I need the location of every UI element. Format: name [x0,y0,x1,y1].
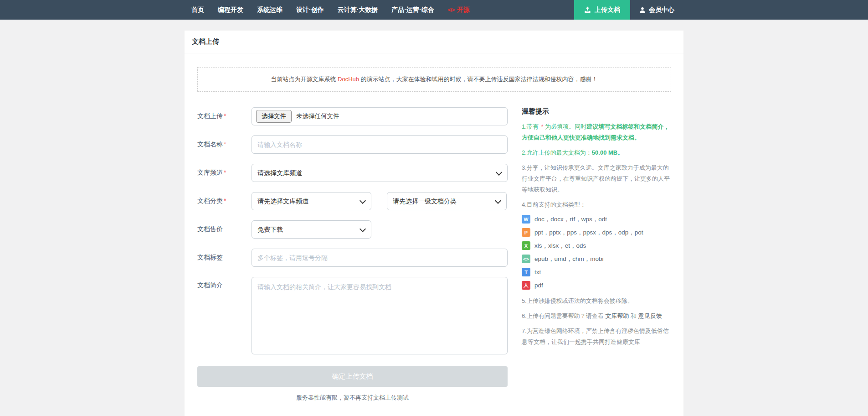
tip6-text: 6.上传有问题需要帮助？请查看 [522,312,605,319]
form-row-name: 文档名称* [197,135,508,154]
nav-item-programming-dev[interactable]: 编程开发 [211,0,250,20]
form-row-file: 文档上传* 选择文件 未选择任何文件 [197,107,508,125]
tip2-text: 2.允许上传的最大文档为： [522,149,592,156]
file-label-text: 文档上传 [197,112,223,120]
required-asterisk: * [224,112,226,120]
upload-icon [584,6,591,13]
user-icon [639,7,646,13]
notice-prefix: 当前站点为开源文库系统 [271,76,338,83]
nav-item-open-source[interactable]: </> 开源 [441,0,477,20]
channel-select[interactable]: 请选择文库频道 [252,164,508,182]
filetype-row-powerpoint: P ppt，pptx，pps，ppsx，dps，odp，pot [522,228,671,237]
price-select-wrap: 免费下载 [252,220,371,239]
file-input[interactable]: 选择文件 未选择任何文件 [252,107,508,125]
tip1-text: 1.带有 [522,123,540,130]
word-icon: W [522,215,530,224]
powerpoint-icon: P [522,228,530,237]
choose-file-button[interactable]: 选择文件 [256,110,292,123]
filetype-row-txt: T txt [522,268,671,276]
form-row-channel: 文库频道* 请选择文库频道 [197,164,508,182]
price-label-text: 文档售价 [197,225,223,233]
upload-card: 文档上传 当前站点为开源文库系统 DocHub 的演示站点，大家在体验和试用的时… [185,31,683,416]
form-row-tags: 文档标签 [197,249,508,267]
category-level2-select[interactable]: 请先选择一级文档分类 [387,192,507,210]
category-level1-select[interactable]: 请先选择文库频道 [252,192,371,210]
form-row-intro: 文档简介 [197,277,508,354]
nav-item-design-creation[interactable]: 设计·创作 [289,0,331,20]
open-source-label: 开源 [457,6,470,14]
tip-healthy-content: 7.为营造绿色网络环境，严禁上传含有淫秽色情及低俗信息等文档，让我们一起携手共同… [522,326,671,348]
member-center-button[interactable]: 会员中心 [630,0,683,20]
field-label-price: 文档售价 [197,225,252,234]
tip1-text2: 为必填项。同时 [544,123,587,130]
member-center-label: 会员中心 [649,6,674,14]
max-size-value: 50.00 MB。 [592,149,623,156]
channel-select-wrap: 请选择文库频道 [252,164,508,182]
filetype-row-excel: X xls，xlsx，et，ods [522,241,671,250]
excel-icon: X [522,241,530,250]
name-label-text: 文档名称 [197,140,223,148]
tip-help: 6.上传有问题需要帮助？请查看 文库帮助 和 意见反馈 [522,311,671,322]
tip-infringement: 5.上传涉嫌侵权或违法的文档将会被移除。 [522,296,671,307]
category-level1-wrap: 请先选择文库频道 [252,192,371,210]
text-file-icon: T [522,268,530,276]
content-columns: 文档上传* 选择文件 未选择任何文件 文档名称* 文库频道* 请选择文库频道 [197,107,671,402]
required-asterisk: * [224,140,226,148]
top-navbar: 首页 编程开发 系统运维 设计·创作 云计算·大数据 产品·运营·综合 </> … [0,0,868,20]
ebook-exts: epub，umd，chm，mobi [534,255,604,263]
field-label-name: 文档名称* [197,140,252,149]
tips-title: 温馨提示 [522,107,671,116]
upload-form: 文档上传* 选择文件 未选择任何文件 文档名称* 文库频道* 请选择文库频道 [197,107,508,402]
nav-item-sysops[interactable]: 系统运维 [250,0,289,20]
help-link[interactable]: 文库帮助 [605,312,629,319]
category-level2-wrap: 请先选择一级文档分类 [387,192,507,210]
feedback-link[interactable]: 意见反馈 [638,312,662,319]
navbar-inner: 首页 编程开发 系统运维 设计·创作 云计算·大数据 产品·运营·综合 </> … [185,0,683,20]
upload-disabled-note: 服务器性能有限，暂不再支持文档上传测试 [197,394,508,402]
field-label-file: 文档上传* [197,112,252,120]
submit-upload-button[interactable]: 确定上传文档 [197,366,508,387]
category-label-text: 文档分类 [197,197,223,204]
demo-notice: 当前站点为开源文库系统 DocHub 的演示站点，大家在体验和试用的时候，请不要… [197,67,671,92]
notice-suffix: 的演示站点，大家在体验和试用的时候，请不要上传违反国家法律法规和侵权内容，感谢！ [359,76,598,83]
file-status-text: 未选择任何文件 [296,112,339,120]
ebook-code-icon: <> [522,255,530,263]
tip-max-size: 2.允许上传的最大文档为：50.00 MB。 [522,147,671,158]
intro-label-text: 文档简介 [197,281,223,289]
filetype-row-word: W doc，docx，rtf，wps，odt [522,215,671,224]
tips-sidebar: 温馨提示 1.带有 * 为必填项。同时建议填写文档标签和文档简介，方便自己和他人… [516,107,671,402]
tip6-text2: 和 [629,312,638,319]
field-label-tags: 文档标签 [197,254,252,262]
nav-item-product-operation[interactable]: 产品·运营·综合 [385,0,441,20]
upload-doc-button[interactable]: 上传文档 [574,0,630,20]
page-title: 文档上传 [185,31,683,53]
dochub-brand-link[interactable]: DocHub [338,76,359,83]
doc-intro-textarea[interactable] [252,277,508,354]
form-row-category: 文档分类* 请先选择文库频道 请先选择一级文档分类 [197,192,508,210]
card-body: 当前站点为开源文库系统 DocHub 的演示站点，大家在体验和试用的时候，请不要… [185,53,683,416]
channel-label-text: 文库频道 [197,169,223,176]
filetype-row-pdf: 人 pdf [522,281,671,290]
excel-exts: xls，xlsx，et，ods [534,242,586,250]
txt-exts: txt [534,269,541,276]
tip-supported-types: 4.目前支持的文档类型： [522,199,671,210]
word-exts: doc，docx，rtf，wps，odt [534,215,607,224]
required-asterisk: * [224,197,226,204]
price-select[interactable]: 免费下载 [252,220,371,239]
tags-label-text: 文档标签 [197,254,223,261]
form-row-price: 文档售价 免费下载 [197,220,508,239]
doc-name-input[interactable] [252,135,508,154]
field-label-intro: 文档简介 [197,277,252,290]
field-label-category: 文档分类* [197,197,252,205]
required-asterisk: * [224,169,226,176]
tip-required-fields: 1.带有 * 为必填项。同时建议填写文档标签和文档简介，方便自己和他人更快更准确… [522,121,671,143]
powerpoint-exts: ppt，pptx，pps，ppsx，dps，odp，pot [534,229,643,237]
doc-tags-input[interactable] [252,249,508,267]
tip-share: 3.分享，让知识传承更久远。文库之家致力于成为最大的行业文库平台，在尊重知识产权… [522,162,671,195]
nav-item-cloud-bigdata[interactable]: 云计算·大数据 [331,0,385,20]
upload-doc-label: 上传文档 [595,6,620,14]
code-icon: </> [448,7,454,13]
field-label-channel: 文库频道* [197,169,252,177]
filetype-row-ebook: <> epub，umd，chm，mobi [522,255,671,263]
nav-item-home[interactable]: 首页 [185,0,211,20]
